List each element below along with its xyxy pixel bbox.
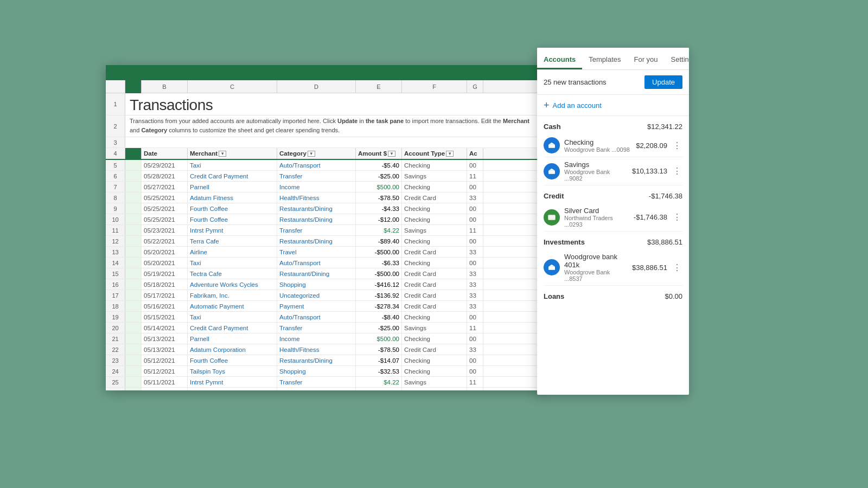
cell-category-8[interactable]: Health/Fitness — [277, 192, 356, 203]
silver-card-more-icon[interactable]: ⋮ — [672, 212, 682, 222]
cell-category-15[interactable]: Restaurant/Dining — [277, 268, 356, 279]
cell-merchant-21[interactable]: Parnell — [188, 333, 277, 344]
cell-amount-17: -$136.92 — [356, 290, 402, 300]
cell-category-24[interactable]: Shopping — [277, 366, 356, 376]
401k-item: Woodgrove bank 401k Woodgrove Bank ...85… — [544, 249, 682, 286]
table-row: 15 05/19/2021 Tectra Cafe Restaurant/Din… — [106, 268, 545, 279]
cell-ac-17: 33 — [467, 290, 483, 300]
table-row: 16 05/18/2021 Adventure Works Cycles Sho… — [106, 279, 545, 290]
cell-category-6[interactable]: Transfer — [277, 171, 356, 181]
checking-more-icon[interactable]: ⋮ — [672, 140, 682, 151]
cell-ac-5: 00 — [467, 160, 483, 170]
desc-bold-4: Category — [141, 127, 167, 133]
cell-merchant-8[interactable]: Adatum Fitness — [188, 192, 277, 203]
tab-accounts[interactable]: Accounts — [537, 50, 582, 69]
cell-ac-26: 00 — [467, 388, 483, 390]
update-button[interactable]: Update — [644, 75, 682, 89]
cell-category-9[interactable]: Restaurants/Dining — [277, 203, 356, 214]
description-row: 2 Transactions from your added accounts … — [106, 115, 545, 137]
tab-foryou[interactable]: For you — [627, 50, 664, 69]
cell-amount-9: -$4.33 — [356, 203, 402, 214]
loans-section-header: Loans $0.00 — [544, 292, 682, 300]
cell-category-21[interactable]: Income — [277, 333, 356, 344]
row-3-num: 3 — [106, 137, 125, 147]
cell-category-5[interactable]: Auto/Transport — [277, 160, 356, 170]
silver-card-item: Silver Card Northwind Traders ...0293 -$… — [544, 203, 682, 232]
401k-more-icon[interactable]: ⋮ — [672, 262, 682, 273]
cell-category-23[interactable]: Restaurants/Dining — [277, 355, 356, 365]
row-num-header — [106, 80, 125, 93]
checking-account-icon — [544, 137, 560, 153]
cell-merchant-18[interactable]: Automatic Payment — [188, 301, 277, 311]
cell-date-5: 05/29/2021 — [142, 160, 188, 170]
amount-filter-icon[interactable]: ▼ — [388, 151, 395, 157]
task-pane: Accounts Templates For you Settings 25 n… — [537, 48, 689, 395]
cell-date-17: 05/17/2021 — [142, 290, 188, 300]
investments-total: $38,886.51 — [647, 238, 682, 246]
cell-merchant-9[interactable]: Fourth Coffee — [188, 203, 277, 214]
cell-merchant-25[interactable]: Intrst Pymnt — [188, 377, 277, 387]
cell-category-18[interactable]: Payment — [277, 301, 356, 311]
accounts-list: Cash $12,341.22 Checking Woodgrove Bank … — [537, 116, 689, 395]
cell-category-19[interactable]: Auto/Transport — [277, 312, 356, 322]
cell-merchant-13[interactable]: Airline — [188, 247, 277, 257]
table-row: 21 05/13/2021 Parnell Income $500.00 Che… — [106, 333, 545, 344]
cash-section: Cash $12,341.22 Checking Woodgrove Bank … — [544, 123, 682, 185]
cell-category-22[interactable]: Health/Fitness — [277, 344, 356, 355]
cell-merchant-24[interactable]: Tailspin Toys — [188, 366, 277, 376]
cell-merchant-19[interactable]: Taxi — [188, 312, 277, 322]
cell-category-11[interactable]: Transfer — [277, 225, 356, 235]
cell-account-14: Checking — [402, 258, 467, 268]
cell-ac-22: 33 — [467, 344, 483, 355]
cell-category-12[interactable]: Restaurants/Dining — [277, 236, 356, 246]
cell-category-14[interactable]: Auto/Transport — [277, 258, 356, 268]
cell-merchant-7[interactable]: Parnell — [188, 182, 277, 192]
account-type-filter-icon[interactable]: ▼ — [446, 151, 454, 157]
cell-merchant-20[interactable]: Credit Card Payment — [188, 323, 277, 333]
cell-category-17[interactable]: Uncategorized — [277, 290, 356, 300]
cell-category-7[interactable]: Income — [277, 182, 356, 192]
title-cell: Transactions — [125, 93, 545, 115]
category-filter-icon[interactable]: ▼ — [308, 151, 315, 157]
cell-category-25[interactable]: Transfer — [277, 377, 356, 387]
header-amount: Amount $ ▼ — [356, 148, 402, 159]
svg-rect-9 — [548, 216, 555, 217]
cell-amount-8: -$78.50 — [356, 192, 402, 203]
cell-ac-13: 33 — [467, 247, 483, 257]
cell-merchant-15[interactable]: Tectra Cafe — [188, 268, 277, 279]
cell-category-26[interactable]: Restaurants/Dining — [277, 388, 356, 390]
cell-merchant-26[interactable]: Alpine Ski House — [188, 388, 277, 390]
cell-category-16[interactable]: Shopping — [277, 279, 356, 290]
cell-date-26: 05/10/2021 — [142, 388, 188, 390]
cell-merchant-22[interactable]: Adatum Corporation — [188, 344, 277, 355]
column-header-row: 4 Date Merchant ▼ Category ▼ Amount $ ▼ … — [106, 148, 545, 160]
table-row: 8 05/25/2021 Adatum Fitness Health/Fitne… — [106, 192, 545, 203]
cell-amount-20: -$25.00 — [356, 323, 402, 333]
add-account-button[interactable]: + Add an account — [537, 95, 689, 116]
cell-merchant-10[interactable]: Fourth Coffee — [188, 214, 277, 224]
cell-merchant-12[interactable]: Terra Cafe — [188, 236, 277, 246]
cell-merchant-23[interactable]: Fourth Coffee — [188, 355, 277, 365]
tab-templates[interactable]: Templates — [582, 50, 627, 69]
row-num-22: 22 — [106, 344, 125, 355]
excel-spreadsheet: B C D E F G 1 Transactions 2 Transaction… — [106, 65, 545, 390]
svg-rect-7 — [553, 171, 554, 173]
cell-category-13[interactable]: Travel — [277, 247, 356, 257]
cell-account-20: Savings — [402, 323, 467, 333]
checking-account-details: Checking Woodgrove Bank ...0098 — [564, 138, 631, 153]
cell-merchant-6[interactable]: Credit Card Payment — [188, 171, 277, 181]
tab-settings[interactable]: Settings — [665, 50, 689, 69]
cell-merchant-5[interactable]: Taxi — [188, 160, 277, 170]
cell-merchant-16[interactable]: Adventure Works Cycles — [188, 279, 277, 290]
table-row: 10 05/25/2021 Fourth Coffee Restaurants/… — [106, 214, 545, 225]
savings-more-icon[interactable]: ⋮ — [672, 166, 682, 176]
cell-merchant-17[interactable]: Fabrikam, Inc. — [188, 290, 277, 300]
cell-category-10[interactable]: Restaurants/Dining — [277, 214, 356, 224]
cell-category-20[interactable]: Transfer — [277, 323, 356, 333]
cell-date-15: 05/19/2021 — [142, 268, 188, 279]
cell-merchant-11[interactable]: Intrst Pymnt — [188, 225, 277, 235]
cell-amount-24: -$32.53 — [356, 366, 402, 376]
merchant-filter-icon[interactable]: ▼ — [219, 151, 226, 157]
cell-merchant-14[interactable]: Taxi — [188, 258, 277, 268]
cell-account-23: Checking — [402, 355, 467, 365]
